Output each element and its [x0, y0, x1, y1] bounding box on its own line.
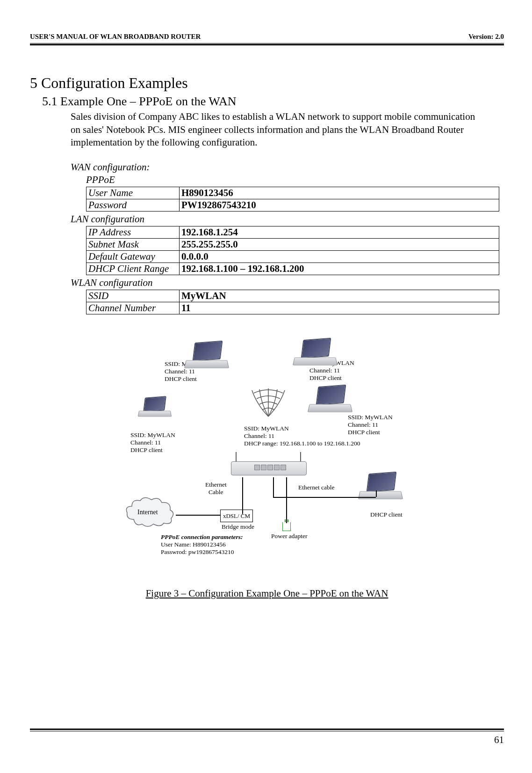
router-range: DHCP range: 192.168.1.100 to 192.168.1.2… [244, 440, 360, 447]
wan-user-label: User Name [86, 187, 180, 199]
pppoe-params: PPPoE connection parameters: User Name: … [161, 533, 243, 556]
figure-caption: Figure 3 – Configuration Example One – P… [30, 588, 504, 599]
lan-range-label: DHCP Client Range [86, 263, 180, 275]
intro-paragraph: Sales division of Company ABC likes to e… [71, 110, 485, 149]
wan-table: User Name H890123456 Password PW19286754… [86, 187, 499, 211]
lan-ip-label: IP Address [86, 226, 180, 239]
wlan-table: SSID MyWLAN Channel Number 11 [86, 290, 499, 314]
wired-client-label: DHCP client [370, 511, 403, 518]
lan-range-value: 192.168.1.100 – 192.168.1.200 [180, 263, 499, 275]
eth-cable-left-label: Ethernet Cable [205, 481, 227, 496]
client3-channel: Channel: 11 [130, 439, 175, 446]
client3-label: SSID: MyWLAN Channel: 11 DHCP client [130, 431, 175, 454]
table-row: Subnet Mask 255.255.255.0 [86, 239, 499, 251]
eth-cable-right-label: Ethernet cable [298, 484, 335, 491]
page-footer: 61 [30, 728, 504, 746]
laptop-icon [183, 342, 228, 374]
table-row: User Name H890123456 [86, 187, 499, 199]
network-diagram: SSID: MyWLAN Channel: 11 DHCP client SSI… [114, 342, 451, 572]
table-row: SSID MyWLAN [86, 290, 499, 302]
page-number: 61 [30, 734, 504, 746]
footer-rule-thin [30, 731, 504, 731]
power-plug-icon [282, 522, 291, 531]
connector-line [273, 477, 274, 497]
header-rule-thick [30, 44, 504, 45]
laptop-icon [137, 397, 172, 421]
laptop-icon [357, 473, 402, 505]
wlan-heading: WLAN configuration [71, 277, 504, 289]
connector-line [376, 490, 377, 497]
table-row: IP Address 192.168.1.254 [86, 226, 499, 239]
connector-line [176, 515, 220, 516]
section-heading: 5.1 Example One – PPPoE on the WAN [42, 95, 504, 109]
lan-ip-value: 192.168.1.254 [180, 226, 499, 239]
wan-pass-label: Password [86, 199, 180, 211]
connector-line [286, 477, 287, 523]
header-rule-thin [30, 43, 504, 44]
footer-rule-thick [30, 729, 504, 730]
wlan-ch-value: 11 [180, 302, 499, 314]
wan-pass-value: PW192867543210 [180, 199, 499, 211]
header-right: Version: 2.0 [468, 33, 504, 41]
page-header: USER'S MANUAL OF WLAN BROADBAND ROUTER V… [30, 33, 504, 42]
lan-table: IP Address 192.168.1.254 Subnet Mask 255… [86, 226, 499, 275]
pppoe-title: PPPoE connection parameters: [161, 533, 243, 541]
table-row: Password PW192867543210 [86, 199, 499, 211]
internet-label: Internet [137, 508, 158, 517]
router-channel: Channel: 11 [244, 432, 360, 440]
connector-line [242, 477, 243, 514]
xdsl-box: xDSL/ CM [220, 510, 253, 522]
wan-user-value: H890123456 [180, 187, 499, 199]
pppoe-user: User Name: H890123456 [161, 541, 243, 548]
xdsl-label: xDSL/ CM [223, 512, 250, 520]
lan-mask-value: 255.255.255.0 [180, 239, 499, 251]
header-left: USER'S MANUAL OF WLAN BROADBAND ROUTER [30, 33, 201, 41]
lan-gw-label: Default Gateway [86, 251, 180, 263]
wlan-ssid-value: MyWLAN [180, 290, 499, 302]
wan-heading: WAN configuration: [71, 161, 504, 173]
client2-dhcp: DHCP client [309, 374, 354, 382]
laptop-icon [292, 339, 337, 372]
router-ssid: SSID: MyWLAN [244, 425, 360, 432]
router-label: SSID: MyWLAN Channel: 11 DHCP range: 192… [244, 425, 360, 447]
table-row: Channel Number 11 [86, 302, 499, 314]
client3-ssid: SSID: MyWLAN [130, 431, 175, 439]
lan-mask-label: Subnet Mask [86, 239, 180, 251]
wlan-ch-label: Channel Number [86, 302, 180, 314]
router-icon [231, 455, 306, 476]
pppoe-pass: Passwrod: pw192867543210 [161, 548, 243, 556]
chapter-heading: 5 Configuration Examples [30, 74, 504, 92]
connector-line [273, 497, 376, 498]
power-label: Power adapter [271, 532, 308, 540]
table-row: Default Gateway 0.0.0.0 [86, 251, 499, 263]
radio-waves-icon [243, 386, 294, 418]
bridge-mode-label: Bridge mode [222, 523, 254, 531]
client4-ssid: SSID: MyWLAN [348, 414, 393, 421]
laptop-icon [307, 386, 352, 418]
wlan-ssid-label: SSID [86, 290, 180, 302]
client1-dhcp: DHCP client [165, 375, 209, 383]
client3-dhcp: DHCP client [130, 446, 175, 454]
table-row: DHCP Client Range 192.168.1.100 – 192.16… [86, 263, 499, 275]
lan-heading: LAN configuration [71, 213, 504, 225]
wan-subheading: PPPoE [86, 174, 504, 186]
lan-gw-value: 0.0.0.0 [180, 251, 499, 263]
